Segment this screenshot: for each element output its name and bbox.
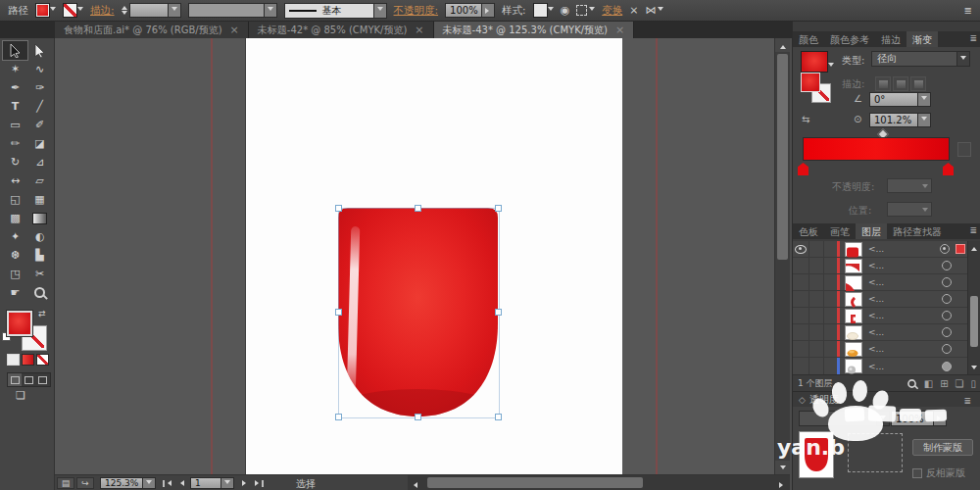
layer-name[interactable]: <... — [868, 294, 942, 304]
tab-swatches[interactable]: 色板 — [793, 223, 824, 239]
transparency-opacity-spinner[interactable] — [934, 411, 947, 426]
blend-mode-dropdown[interactable] — [799, 411, 877, 426]
gradient-tool[interactable] — [27, 209, 52, 227]
layer-name[interactable]: <... — [868, 311, 942, 320]
mask-placeholder[interactable] — [848, 433, 903, 472]
make-mask-button[interactable]: 制作蒙版 — [912, 439, 973, 456]
panel-menu-icon[interactable]: ≣ — [969, 223, 980, 239]
target-icon[interactable] — [942, 362, 952, 371]
new-sublayer-icon[interactable]: ⊞ — [940, 378, 948, 389]
chevron-down-icon[interactable] — [658, 7, 663, 14]
select-similar-icon[interactable] — [576, 5, 587, 16]
gradient-type-value[interactable]: 径向 — [871, 51, 957, 67]
layer-name[interactable]: <... — [868, 244, 940, 254]
make-mask-icon[interactable]: ◧ — [924, 378, 933, 389]
gradient-swatch-dropdown[interactable] — [828, 63, 834, 70]
fill-color-proxy[interactable] — [7, 311, 32, 336]
gradient-angle-dropdown[interactable] — [918, 92, 931, 107]
pen-tool[interactable]: ✒ — [3, 78, 27, 97]
layer-name[interactable]: <... — [868, 362, 942, 371]
stop-location-dropdown[interactable] — [887, 202, 932, 217]
doc-tab-2[interactable]: 未标题-42* @ 85% (CMYK/预览) × — [249, 22, 434, 38]
selection-tool[interactable] — [3, 41, 27, 60]
layer-name[interactable]: <... — [868, 277, 942, 287]
blend-mode-arrow[interactable] — [877, 411, 890, 426]
gradient-angle-input[interactable]: 0° — [869, 92, 918, 107]
visibility-toggle[interactable] — [793, 241, 809, 257]
layer-name[interactable]: <... — [868, 344, 942, 354]
line-segment-tool[interactable]: ╱ — [27, 97, 52, 116]
chevron-down-icon[interactable] — [548, 7, 554, 14]
gradient-stop-right[interactable] — [943, 163, 954, 175]
layer-row[interactable]: <... — [793, 258, 980, 274]
visibility-toggle[interactable] — [793, 274, 809, 290]
gradient-stop-left[interactable] — [798, 163, 808, 175]
lock-toggle[interactable] — [809, 241, 824, 257]
zoom-tool[interactable] — [27, 283, 52, 302]
gradient-aspect-input[interactable]: 101.2% — [869, 113, 918, 127]
chevron-down-icon[interactable] — [589, 7, 595, 14]
gradient-fill-proxy[interactable] — [801, 73, 820, 92]
opacity-dropdown[interactable] — [482, 3, 495, 18]
zoom-level-dropdown[interactable] — [143, 477, 156, 489]
target-icon[interactable] — [942, 261, 952, 270]
gradient-swatch[interactable] — [801, 51, 828, 73]
handle-top-right[interactable] — [495, 205, 502, 212]
chevron-down-icon[interactable] — [50, 7, 56, 14]
canvas-vertical-scrollbar[interactable] — [774, 38, 790, 474]
rotate-tool[interactable]: ↻ — [3, 153, 27, 172]
paintbrush-tool[interactable]: ✐ — [27, 116, 52, 134]
visibility-toggle[interactable] — [793, 308, 809, 323]
visibility-toggle[interactable] — [793, 324, 809, 340]
curvature-tool[interactable]: ✑ — [27, 78, 52, 97]
recolor-artwork-icon[interactable]: ◉ — [561, 4, 570, 17]
collapse-icon[interactable]: ◇ — [799, 395, 806, 405]
layer-thumbnail[interactable] — [845, 292, 862, 307]
status-icon-a[interactable]: ▤ — [57, 477, 74, 489]
swap-fill-stroke-icon[interactable]: ⇄ — [38, 309, 46, 318]
scale-tool[interactable]: ⊿ — [27, 153, 52, 172]
tab-stroke[interactable]: 描边 — [875, 31, 906, 47]
stroke-color-control[interactable] — [63, 3, 83, 18]
transform-link[interactable]: 变换 — [602, 4, 622, 18]
layer-row[interactable]: <... — [793, 291, 980, 308]
tab-gradient-active[interactable]: 渐变 — [906, 31, 938, 47]
target-icon[interactable] — [940, 244, 950, 254]
perspective-grid-tool[interactable]: ▦ — [27, 190, 52, 209]
first-artboard-button[interactable] — [161, 478, 173, 488]
prev-artboard-button[interactable] — [174, 478, 187, 488]
scroll-up-button[interactable] — [971, 244, 977, 251]
stroke-swatch-icon[interactable] — [63, 3, 77, 18]
eyedropper-tool[interactable]: ✦ — [3, 227, 27, 246]
layer-row[interactable]: <... — [793, 274, 980, 291]
draw-inside-mode[interactable] — [36, 373, 50, 386]
handle-top-center[interactable] — [415, 205, 421, 212]
stroke-gradient-within-button[interactable] — [875, 76, 891, 91]
width-profile-value[interactable] — [188, 3, 265, 18]
gradient-type-dropdown[interactable] — [957, 51, 970, 67]
panel-menu-icon[interactable]: ≣ — [963, 394, 975, 406]
pencil-tool[interactable]: ✏ — [3, 134, 27, 153]
magic-wand-tool[interactable]: ✶ — [3, 60, 27, 78]
column-graph-tool[interactable]: ▙ — [27, 246, 52, 265]
visibility-toggle[interactable] — [793, 258, 809, 273]
width-profile-control[interactable] — [188, 3, 277, 18]
lock-toggle[interactable] — [809, 358, 824, 374]
handle-bottom-center[interactable] — [415, 414, 421, 420]
vertical-scroll-thumb[interactable] — [777, 54, 788, 260]
invert-mask-control[interactable]: 反相蒙版 — [912, 466, 965, 480]
artboard-number-dropdown[interactable] — [221, 477, 234, 489]
screen-mode-icon[interactable]: ❏ — [16, 389, 25, 402]
opacity-control[interactable]: 100% — [445, 3, 495, 18]
shape-mode-icon[interactable]: ⋈ — [645, 4, 656, 17]
lock-toggle[interactable] — [809, 274, 824, 290]
scroll-up-button[interactable] — [775, 38, 790, 52]
layer-thumbnail[interactable] — [845, 275, 862, 290]
layer-row[interactable]: <... — [793, 241, 980, 258]
chevron-down-icon[interactable] — [77, 7, 83, 14]
handle-mid-right[interactable] — [495, 309, 502, 316]
scroll-down-button[interactable] — [775, 461, 790, 474]
lasso-tool[interactable]: ∿ — [27, 60, 52, 78]
horizontal-scroll-thumb[interactable] — [427, 477, 643, 488]
brush-definition-dropdown[interactable] — [374, 3, 387, 19]
